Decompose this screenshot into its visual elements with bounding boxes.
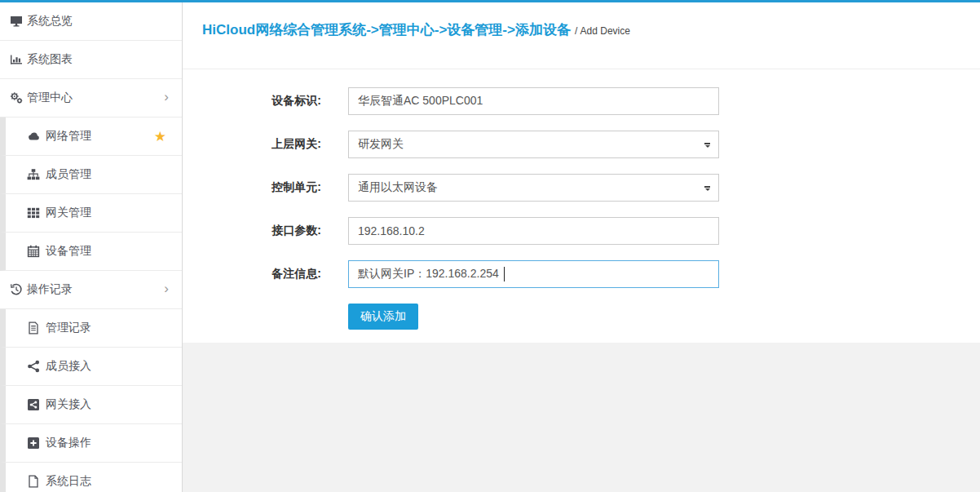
bar-chart-icon [10, 53, 23, 66]
grid-icon [27, 206, 40, 219]
device-id-label: 设备标识: [183, 94, 321, 109]
interface-params-label: 接口参数: [183, 224, 321, 238]
confirm-add-button[interactable]: 确认添加 [348, 304, 418, 330]
calendar-icon [27, 245, 40, 258]
device-id-input[interactable] [348, 87, 719, 115]
interface-params-input[interactable] [348, 217, 719, 245]
sidebar-item-device-operation[interactable]: 设备操作 [0, 424, 182, 463]
page-header: HiCloud网络综合管理系统->管理中心->设备管理->添加设备/ Add D… [183, 2, 980, 69]
share-icon [27, 360, 40, 373]
chevron-right-icon: › [164, 90, 169, 104]
sidebar-item-operation-log[interactable]: 操作记录 › [0, 271, 182, 309]
form-row-remark: 备注信息: [183, 260, 980, 288]
sidebar-item-label: 网关接入 [46, 397, 91, 412]
dropdown-caret-icon [704, 186, 710, 192]
form-row-interface-params: 接口参数: [183, 217, 980, 245]
control-unit-selected-value: 通用以太网设备 [358, 180, 438, 195]
share-square-icon [27, 398, 40, 411]
sidebar-item-system-log[interactable]: 系统日志 [0, 463, 182, 492]
parent-gateway-select[interactable]: 研发网关 [348, 131, 719, 158]
sidebar-item-label: 操作记录 [27, 282, 73, 297]
form-row-control-unit: 控制单元: 通用以太网设备 [183, 174, 980, 202]
remark-input[interactable] [348, 260, 719, 288]
sidebar-item-label: 设备操作 [46, 436, 91, 450]
sidebar-item-network-mgmt[interactable]: 网络管理 ★ [0, 117, 182, 156]
sidebar-item-label: 网络管理 [46, 129, 91, 144]
sidebar-item-member-access[interactable]: 成员接入 [0, 348, 182, 386]
control-unit-label: 控制单元: [183, 180, 321, 195]
add-device-form: 设备标识: 上层网关: 研发网关 控制单元: 通用以太网设备 接口参数: [183, 69, 980, 343]
sidebar-item-label: 管理记录 [46, 321, 91, 335]
monitor-icon [10, 15, 23, 28]
sidebar-item-label: 系统总览 [27, 14, 73, 29]
sidebar-item-device-mgmt[interactable]: 设备管理 [0, 233, 182, 271]
cloud-icon [27, 130, 40, 143]
history-icon [10, 283, 23, 296]
sidebar-item-label: 系统日志 [46, 474, 91, 489]
control-unit-select[interactable]: 通用以太网设备 [348, 174, 719, 202]
chevron-right-icon: › [164, 281, 169, 295]
sidebar-item-label: 成员接入 [46, 359, 91, 374]
sidebar-item-system-overview[interactable]: 系统总览 [0, 2, 182, 41]
page-subtitle: / Add Device [575, 25, 630, 37]
sidebar-item-label: 网关管理 [46, 206, 91, 220]
sidebar-item-member-mgmt[interactable]: 成员管理 [0, 156, 182, 194]
gears-icon [10, 91, 23, 104]
plus-square-icon [27, 437, 40, 450]
sidebar-item-system-charts[interactable]: 系统图表 [0, 41, 182, 79]
breadcrumb: HiCloud网络综合管理系统->管理中心->设备管理->添加设备 [202, 22, 571, 38]
form-row-device-id: 设备标识: [183, 87, 980, 115]
main-content: HiCloud网络综合管理系统->管理中心->设备管理->添加设备/ Add D… [183, 2, 980, 492]
sidebar-item-label: 设备管理 [46, 244, 91, 259]
sidebar-item-gateway-access[interactable]: 网关接入 [0, 386, 182, 424]
form-row-parent-gateway: 上层网关: 研发网关 [183, 131, 980, 158]
remark-label: 备注信息: [183, 267, 321, 281]
sidebar: 系统总览 系统图表 管理中心 › 网络管理 ★ 成员管理 网关管理 [0, 2, 183, 492]
sidebar-item-admin-center[interactable]: 管理中心 › [0, 79, 182, 117]
parent-gateway-selected-value: 研发网关 [358, 137, 404, 152]
star-icon[interactable]: ★ [154, 130, 166, 144]
sidebar-item-label: 管理中心 [27, 91, 73, 105]
content-background [183, 343, 980, 492]
top-accent-bar [0, 0, 980, 2]
sidebar-item-label: 成员管理 [46, 167, 91, 182]
sitemap-icon [27, 168, 40, 181]
dropdown-caret-icon [704, 143, 710, 148]
sidebar-item-admin-records[interactable]: 管理记录 [0, 309, 182, 348]
file-text-icon [27, 321, 40, 335]
file-icon [27, 475, 40, 488]
text-cursor-caret [504, 267, 505, 281]
parent-gateway-label: 上层网关: [183, 137, 321, 152]
sidebar-item-gateway-mgmt[interactable]: 网关管理 [0, 194, 182, 233]
sidebar-item-label: 系统图表 [27, 52, 73, 67]
